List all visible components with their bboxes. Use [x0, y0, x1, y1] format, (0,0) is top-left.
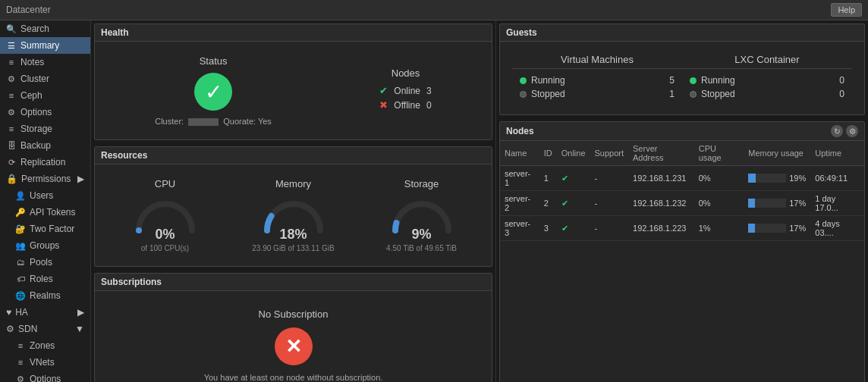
sidebar-item-realms[interactable]: 🌐 Realms — [0, 287, 90, 304]
sidebar-item-ha[interactable]: ♥ HA ▶ — [0, 304, 90, 321]
vm-stopped-row: Stopped 1 — [512, 89, 682, 99]
sidebar-item-sdn[interactable]: ⚙ SDN ▼ — [0, 321, 90, 337]
permissions-expand-icon: ▶ — [77, 174, 84, 184]
lxc-running-dot — [690, 77, 697, 84]
sidebar-storage-label: Storage — [20, 124, 52, 134]
sidebar-item-backup[interactable]: 🗄 Backup — [0, 137, 90, 154]
mem-bar-container — [748, 174, 786, 183]
cell-cpu: 0% — [694, 166, 744, 191]
lxc-stopped-count: 0 — [839, 89, 844, 99]
health-panel-body: Status ✓ Cluster: Quorate: Yes — [95, 42, 492, 139]
sidebar-ha-label: HA — [15, 307, 28, 318]
sidebar-vnets-label: VNets — [30, 357, 55, 368]
sidebar-item-groups[interactable]: 👥 Groups — [0, 237, 90, 254]
cpu-resource: CPU 0% of 100 CPU(s) — [101, 178, 229, 252]
health-panel: Health Status ✓ Cluster: — [94, 23, 492, 140]
subscriptions-panel: Subscriptions No Subscription ✕ You have… — [94, 273, 492, 382]
nodes-panel-body: Name ID Online Support Server Address CP… — [500, 141, 864, 241]
app-container: Datacenter Help 🔍 Search ☰ Summary ≡ Not… — [0, 0, 868, 382]
nodes-settings-button[interactable]: ⚙ — [846, 125, 858, 137]
sidebar-item-options[interactable]: ⚙ Options — [0, 104, 90, 121]
storage-icon: ≡ — [6, 124, 17, 133]
mem-bar — [748, 199, 755, 208]
notes-icon: ≡ — [6, 58, 17, 67]
nodes-table-body: server-1 1 ✔ - 192.168.1.231 0% 19% 06:4… — [500, 166, 864, 241]
sub-inner: No Subscription ✕ You have at least one … — [101, 297, 486, 382]
roles-icon: 🏷 — [15, 274, 26, 283]
col-online: Online — [557, 141, 590, 166]
sidebar-sdn-label: SDN — [18, 324, 37, 334]
lxc-stopped-row: Stopped 0 — [682, 89, 852, 99]
sidebar-item-vnets[interactable]: ≡ VNets — [0, 354, 90, 371]
search-icon: 🔍 — [6, 24, 17, 34]
options-icon: ⚙ — [6, 108, 17, 117]
sidebar-options-sdn-label: Options — [30, 374, 61, 382]
status-title: Status — [155, 55, 272, 67]
sidebar-two-factor-label: Two Factor — [30, 224, 74, 234]
memory-resource: Memory 18% 23.90 GiB of 133.11 GiB — [229, 178, 357, 252]
sidebar: 🔍 Search ☰ Summary ≡ Notes ⚙ Cluster ≡ C… — [0, 20, 91, 382]
sidebar-item-api-tokens[interactable]: 🔑 API Tokens — [0, 204, 90, 221]
subscriptions-panel-body: No Subscription ✕ You have at least one … — [95, 291, 492, 382]
sidebar-summary-label: Summary — [20, 40, 59, 51]
table-row[interactable]: server-1 1 ✔ - 192.168.1.231 0% 19% 06:4… — [500, 166, 864, 191]
mem-label: 17% — [789, 224, 806, 233]
nodes-table-header-row: Name ID Online Support Server Address CP… — [500, 141, 864, 166]
guests-panel: Guests Virtual Machines Running — [499, 23, 865, 115]
vm-title: Virtual Machines — [512, 54, 682, 69]
sidebar-item-options-sdn[interactable]: ⚙ Options — [0, 371, 90, 382]
sidebar-item-pools[interactable]: 🗂 Pools — [0, 254, 90, 271]
health-panel-header: Health — [95, 24, 492, 42]
sidebar-item-search[interactable]: 🔍 Search — [0, 20, 90, 37]
sidebar-item-users[interactable]: 👤 Users — [0, 187, 90, 204]
col-id: ID — [539, 141, 557, 166]
cell-memory: 17% — [744, 191, 810, 216]
sidebar-api-tokens-label: API Tokens — [30, 207, 75, 218]
vm-stopped-dot — [520, 91, 527, 98]
cell-id: 2 — [539, 191, 557, 216]
vm-column: Virtual Machines Running 5 Stopped — [512, 54, 682, 102]
sidebar-item-summary[interactable]: ☰ Summary — [0, 37, 90, 54]
sidebar-item-roles[interactable]: 🏷 Roles — [0, 271, 90, 287]
zones-icon: ≡ — [15, 341, 26, 350]
sidebar-item-ceph[interactable]: ≡ Ceph — [0, 87, 90, 104]
help-button[interactable]: Help — [831, 3, 862, 17]
vm-running-label: Running — [531, 75, 665, 86]
table-row[interactable]: server-2 2 ✔ - 192.168.1.232 0% 17% 1 da… — [500, 191, 864, 216]
sidebar-replication-label: Replication — [20, 157, 65, 168]
sidebar-item-zones[interactable]: ≡ Zones — [0, 337, 90, 354]
sidebar-item-permissions[interactable]: 🔒 Permissions ▶ — [0, 171, 90, 187]
memory-value: 18% — [229, 227, 357, 243]
nodes-refresh-button[interactable]: ↻ — [831, 125, 843, 137]
sidebar-item-two-factor[interactable]: 🔐 Two Factor — [0, 221, 90, 237]
vnets-icon: ≡ — [15, 358, 26, 367]
online-count: 3 — [426, 86, 432, 96]
pools-icon: 🗂 — [15, 258, 26, 267]
storage-title: Storage — [357, 178, 486, 189]
cluster-text: Cluster: Quorate: Yes — [155, 117, 272, 126]
sidebar-item-notes[interactable]: ≡ Notes — [0, 54, 90, 70]
sdn-expand-icon: ▼ — [75, 324, 84, 334]
cell-support: - — [590, 216, 629, 241]
online-check-icon: ✔ — [561, 174, 568, 183]
sidebar-item-storage[interactable]: ≡ Storage — [0, 121, 90, 137]
api-tokens-icon: 🔑 — [15, 208, 26, 218]
sidebar-groups-label: Groups — [30, 240, 59, 251]
cell-id: 3 — [539, 216, 557, 241]
sidebar-pools-label: Pools — [30, 257, 52, 268]
sidebar-item-cluster[interactable]: ⚙ Cluster — [0, 70, 90, 87]
health-inner: Status ✓ Cluster: Quorate: Yes — [101, 48, 486, 133]
lxc-running-label: Running — [701, 75, 835, 86]
cell-address: 192.168.1.231 — [628, 166, 694, 191]
cell-name: server-2 — [500, 191, 539, 216]
sidebar-item-replication[interactable]: ⟳ Replication — [0, 154, 90, 171]
nodes-panel-icons: ↻ ⚙ — [831, 125, 858, 137]
no-sub-title: No Subscription — [112, 308, 474, 320]
table-row[interactable]: server-3 3 ✔ - 192.168.1.223 1% 17% 4 da… — [500, 216, 864, 241]
main-layout: 🔍 Search ☰ Summary ≡ Notes ⚙ Cluster ≡ C… — [0, 20, 868, 382]
online-check-icon: ✔ — [561, 224, 568, 233]
col-uptime: Uptime — [810, 141, 864, 166]
storage-sub: 4.50 TiB of 49.65 TiB — [357, 244, 486, 252]
realms-icon: 🌐 — [15, 291, 26, 301]
col-name: Name — [500, 141, 539, 166]
